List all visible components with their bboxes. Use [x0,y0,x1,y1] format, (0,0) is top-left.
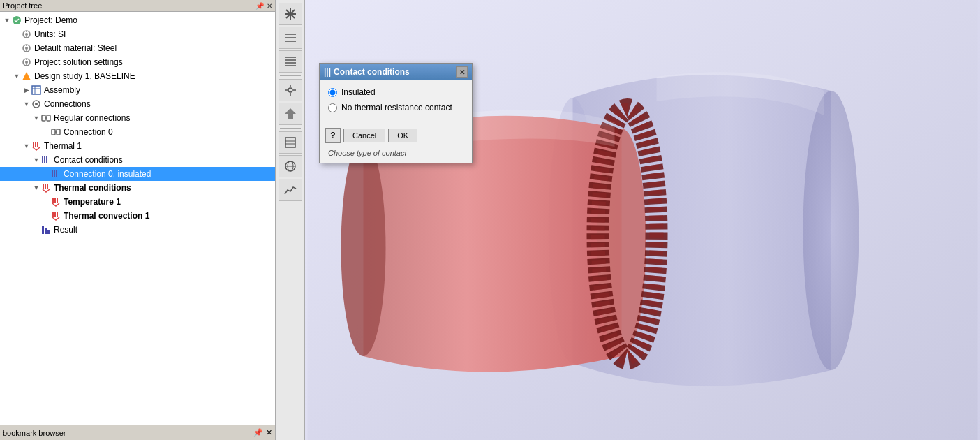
ok-button[interactable]: OK [388,129,417,142]
label-material: Default material: Steel [34,43,117,53]
arrow-regular[interactable]: ▼ [32,115,40,122]
label-thermal1: Thermal 1 [44,141,82,151]
arrow-connections[interactable]: ▼ [22,101,31,108]
label-connection0: Connection 0 [64,127,113,137]
tree-item-assembly[interactable]: ▶Assembly [0,83,275,97]
svg-rect-49 [42,226,44,234]
vertical-toolbar [276,0,305,440]
close-bottom-button[interactable]: ✕ [266,428,272,437]
arrow-thermal_cond[interactable]: ▼ [32,184,40,191]
tree-item-thermal_cond[interactable]: ▼Thermal conditions [0,181,275,195]
header-controls: 📌 ✕ [255,2,272,10]
label-convection1: Thermal convection 1 [64,211,149,221]
cancel-button[interactable]: Cancel [343,129,385,142]
svg-marker-69 [285,108,296,119]
radio-no-thermal-label: No thermal resistance contact [341,103,452,112]
pin-bottom-button[interactable]: 📌 [253,428,263,437]
svg-rect-35 [44,156,45,163]
tree-item-thermal1[interactable]: ▼Thermal 1 [0,139,275,153]
svg-rect-31 [33,142,34,147]
pin-button[interactable]: 📌 [255,2,264,10]
contact-conditions-dialog[interactable]: ||| Contact conditions ✕ Insulated No th… [319,63,473,163]
icon-project [11,15,22,26]
label-study: Design study 1, BASELINE [34,71,135,81]
tree-item-result[interactable]: Result [0,223,275,237]
svg-rect-42 [47,184,48,189]
radio-no-thermal-input[interactable] [328,103,337,112]
svg-rect-25 [42,115,45,121]
icon-connection0 [50,126,61,138]
tb-globe-button[interactable] [279,155,302,177]
tree-item-convection1[interactable]: Thermal convection 1 [0,209,275,223]
svg-rect-40 [43,184,44,189]
svg-rect-45 [57,198,58,203]
tb-mesh1-button[interactable] [279,27,302,49]
radio-insulated-input[interactable] [328,88,337,97]
tb-arrow-button[interactable] [279,103,302,125]
tree-item-material[interactable]: Default material: Steel [0,41,275,55]
arrow-project[interactable]: ▼ [3,17,11,24]
radio-no-thermal[interactable]: No thermal resistance contact [328,103,463,112]
dialog-titlebar[interactable]: ||| Contact conditions ✕ [320,64,472,80]
svg-rect-44 [54,198,56,203]
svg-point-8 [25,47,28,50]
svg-rect-34 [42,156,43,163]
svg-rect-36 [46,156,47,163]
svg-point-80 [341,140,386,356]
label-assembly: Assembly [44,85,80,95]
viewport: SIMSOLID [305,0,980,440]
icon-study [21,71,32,82]
label-temp1: Temperature 1 [64,197,121,207]
icon-temp1 [50,196,61,207]
svg-rect-41 [45,184,46,189]
bottom-controls: 📌 ✕ [253,428,272,437]
tree-item-temp1[interactable]: Temperature 1 [0,195,275,209]
icon-assembly [31,85,42,96]
arrow-study[interactable]: ▼ [13,73,21,80]
project-tree-title: Project tree [3,1,42,10]
svg-point-24 [35,103,38,105]
tree-item-connections[interactable]: ▼Connections [0,97,275,111]
label-result: Result [54,225,77,235]
project-tree-content: ▼Project: DemoUnits: SIDefault material:… [0,12,275,425]
dialog-hint: Choose type of contact [320,149,472,163]
svg-rect-46 [52,212,54,217]
svg-point-64 [288,88,292,92]
tree-item-connection0[interactable]: Connection 0 [0,125,275,139]
close-tree-button[interactable]: ✕ [267,2,272,10]
tree-item-regular[interactable]: ▼Regular connections [0,111,275,125]
svg-rect-47 [54,212,56,217]
tree-item-study[interactable]: ▼Design study 1, BASELINE [0,69,275,83]
svg-rect-38 [54,170,55,177]
svg-rect-51 [47,230,50,234]
tb-star-button[interactable] [279,79,302,101]
tb-mesh2-button[interactable] [279,50,302,73]
dialog-title-icon: ||| [324,67,331,77]
help-button[interactable]: ? [325,128,341,143]
svg-point-77 [803,91,859,370]
arrow-thermal1[interactable]: ▼ [22,142,31,149]
tree-item-project[interactable]: ▼Project: Demo [0,13,275,27]
radio-insulated[interactable]: Insulated [328,87,463,97]
icon-result [40,224,52,235]
svg-rect-32 [35,142,36,147]
tree-item-settings[interactable]: Project solution settings [0,55,275,69]
toolbar-separator [280,75,301,76]
icon-units [21,29,32,40]
tb-layers-button[interactable] [279,131,302,154]
tree-item-contact_cond[interactable]: ▼Contact conditions [0,153,275,167]
bottom-panel: bookmark browser 📌 ✕ [0,425,275,440]
label-contact_cond: Contact conditions [54,155,123,165]
dialog-title-text: Contact conditions [334,67,410,77]
tb-chart-button[interactable] [279,179,302,201]
tb-snow-button[interactable] [279,3,302,25]
tree-item-units[interactable]: Units: SI [0,27,275,41]
arrow-contact_cond[interactable]: ▼ [32,156,40,163]
tree-item-conn0_ins[interactable]: Connection 0, insulated [0,167,275,181]
left-panel: Project tree 📌 ✕ ▼Project: DemoUnits: SI… [0,0,276,440]
svg-rect-70 [285,138,295,147]
label-settings: Project solution settings [34,57,123,67]
dialog-footer: ? Cancel OK [320,125,472,149]
dialog-close-button[interactable]: ✕ [456,66,468,78]
arrow-assembly[interactable]: ▶ [22,87,31,94]
